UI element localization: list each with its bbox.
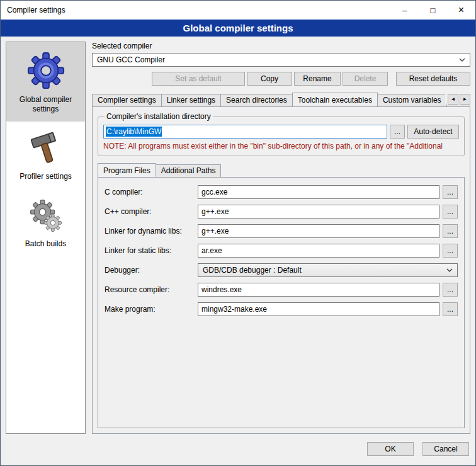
window-title: Compiler settings xyxy=(1,6,390,14)
auto-detect-button[interactable]: Auto-detect xyxy=(407,125,459,139)
main-panel: Selected compiler GNU GCC Compiler Set a… xyxy=(92,42,470,434)
selected-compiler-label: Selected compiler xyxy=(92,42,470,50)
compiler-select[interactable]: GNU GCC Compiler xyxy=(92,53,470,67)
form-row-dynamic-linker: Linker for dynamic libs: ... xyxy=(105,224,458,238)
installation-directory-browse-button[interactable]: ... xyxy=(390,125,405,139)
compiler-select-value: GNU GCC Compiler xyxy=(97,55,165,64)
sidebar-item-label: Batch builds xyxy=(25,239,66,249)
make-program-input[interactable] xyxy=(198,302,439,316)
resource-compiler-browse-button[interactable]: ... xyxy=(443,283,458,297)
sidebar-item-global-compiler-settings[interactable]: Global compiler settings xyxy=(6,42,85,122)
installation-directory-group-title: Compiler's installation directory xyxy=(105,112,213,121)
program-files-panel: C compiler: ... C++ compiler: ... Linker… xyxy=(98,177,465,428)
dynamic-linker-input[interactable] xyxy=(198,224,439,238)
make-program-label: Make program: xyxy=(105,305,198,314)
installation-directory-value: C:\raylib\MinGW xyxy=(106,127,162,137)
form-row-resource-compiler: Resource compiler: ... xyxy=(105,283,458,297)
installation-directory-note: NOTE: All programs must exist either in … xyxy=(103,142,459,151)
form-row-static-linker: Linker for static libs: ... xyxy=(105,244,458,258)
copy-button[interactable]: Copy xyxy=(247,72,292,86)
make-program-browse-button[interactable]: ... xyxy=(443,302,458,316)
c-compiler-label: C compiler: xyxy=(105,188,198,196)
chevron-down-icon xyxy=(459,58,465,62)
cpp-compiler-input[interactable] xyxy=(198,205,439,219)
tab-scroll-left-icon[interactable]: ◄ xyxy=(448,94,458,105)
subtab-program-files[interactable]: Program Files xyxy=(98,163,156,177)
tab-toolchain-executables[interactable]: Toolchain executables xyxy=(292,93,378,106)
tab-linker-settings[interactable]: Linker settings xyxy=(161,94,221,106)
reset-defaults-button[interactable]: Reset defaults xyxy=(396,72,470,86)
compiler-buttons-row: Set as default Copy Rename Delete Reset … xyxy=(92,72,470,86)
dynamic-linker-browse-button[interactable]: ... xyxy=(443,224,458,238)
settings-category-list: Global compiler settings Profiler settin… xyxy=(6,42,86,434)
maximize-button[interactable]: □ xyxy=(419,1,447,20)
c-compiler-browse-button[interactable]: ... xyxy=(443,185,458,199)
form-row-make-program: Make program: ... xyxy=(105,302,458,316)
tab-scroll-buttons: ◄ ► xyxy=(445,94,470,105)
close-button[interactable]: × xyxy=(447,1,475,20)
debugger-select[interactable]: GDB/CDB debugger : Default xyxy=(198,263,458,277)
profiler-tool-icon xyxy=(28,130,64,167)
cancel-button[interactable]: Cancel xyxy=(422,442,469,456)
blue-gear-icon xyxy=(26,51,65,90)
titlebar: Compiler settings – □ × xyxy=(1,1,475,20)
cpp-compiler-browse-button[interactable]: ... xyxy=(443,205,458,219)
sidebar-item-profiler-settings[interactable]: Profiler settings xyxy=(6,122,85,189)
sidebar-item-label: Profiler settings xyxy=(20,172,72,181)
rename-button[interactable]: Rename xyxy=(294,72,341,86)
sidebar-item-label: Global compiler settings xyxy=(9,95,82,114)
compiler-settings-window: Compiler settings – □ × Global compiler … xyxy=(0,0,476,466)
ok-button[interactable]: OK xyxy=(367,442,414,456)
c-compiler-input[interactable] xyxy=(198,185,439,199)
dialog-footer: OK Cancel xyxy=(1,439,475,465)
sidebar-item-batch-builds[interactable]: Batch builds xyxy=(6,189,85,256)
gray-gears-icon xyxy=(28,198,64,234)
dynamic-linker-label: Linker for dynamic libs: xyxy=(105,227,198,236)
delete-button[interactable]: Delete xyxy=(343,72,388,86)
set-as-default-button[interactable]: Set as default xyxy=(152,72,245,86)
chevron-down-icon xyxy=(446,268,453,272)
static-linker-label: Linker for static libs: xyxy=(105,246,198,255)
resource-compiler-label: Resource compiler: xyxy=(105,285,198,294)
debugger-select-value: GDB/CDB debugger : Default xyxy=(203,266,302,275)
toolchain-executables-panel: Compiler's installation directory C:\ray… xyxy=(92,106,470,434)
installation-directory-row: C:\raylib\MinGW ... Auto-detect xyxy=(103,125,459,139)
page-title: Global compiler settings xyxy=(1,20,475,37)
static-linker-input[interactable] xyxy=(198,244,439,258)
installation-directory-input[interactable]: C:\raylib\MinGW xyxy=(103,125,387,139)
subtab-additional-paths[interactable]: Additional Paths xyxy=(156,164,222,177)
tab-custom-variables[interactable]: Custom variables xyxy=(377,94,447,106)
tab-compiler-settings[interactable]: Compiler settings xyxy=(92,94,162,106)
minimize-button[interactable]: – xyxy=(390,1,419,20)
form-row-c-compiler: C compiler: ... xyxy=(105,185,458,199)
static-linker-browse-button[interactable]: ... xyxy=(443,244,458,258)
cpp-compiler-label: C++ compiler: xyxy=(105,207,198,216)
dialog-body: Global compiler settings Profiler settin… xyxy=(1,37,475,439)
resource-compiler-input[interactable] xyxy=(198,283,439,297)
debugger-label: Debugger: xyxy=(105,266,198,275)
settings-tabstrip: Compiler settings Linker settings Search… xyxy=(92,92,470,106)
tab-search-directories[interactable]: Search directories xyxy=(220,94,293,106)
form-row-debugger: Debugger: GDB/CDB debugger : Default xyxy=(105,263,458,277)
tab-scroll-right-icon[interactable]: ► xyxy=(460,94,470,105)
installation-directory-group: Compiler's installation directory C:\ray… xyxy=(98,112,465,156)
toolchain-subtabs: Program Files Additional Paths xyxy=(98,162,465,177)
form-row-cpp-compiler: C++ compiler: ... xyxy=(105,205,458,219)
